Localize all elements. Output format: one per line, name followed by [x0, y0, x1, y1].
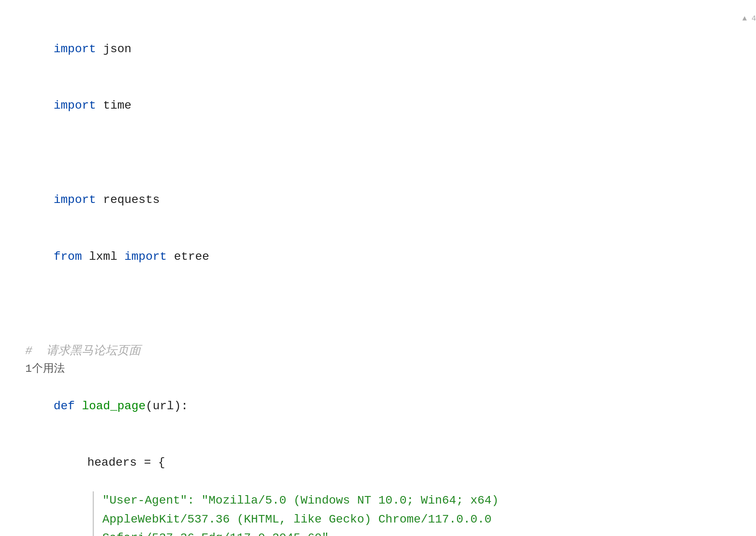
module-json: json: [96, 43, 131, 56]
blank-line-1: [25, 134, 748, 153]
function-name: load_page: [82, 400, 145, 413]
ua-line-2: AppleWebKit/537.36 (KHTML, like Gecko) C…: [102, 510, 748, 529]
blank-line-4: [25, 304, 748, 323]
line-headers-open: headers = {: [25, 435, 748, 491]
line-def: def load_page(url):: [25, 378, 748, 435]
keyword-from: from: [53, 250, 82, 263]
ua-line-3: Safari/537.36 Edg/117.0.2045.60": [102, 529, 748, 536]
module-requests: requests: [96, 193, 160, 206]
keyword-def: def: [53, 400, 75, 413]
keyword-import2: import: [53, 99, 96, 112]
code-editor: ▲ 4 import json import time import reque…: [8, 8, 756, 536]
module-lxml: lxml: [82, 250, 124, 263]
comment-line: # 请求黑马论坛页面: [25, 342, 748, 361]
line-from-lxml: from lxml import etree: [25, 229, 748, 285]
keyword-import3: import: [53, 193, 96, 206]
blank-line-3: [25, 285, 748, 304]
module-etree: etree: [167, 250, 209, 263]
usage-hint: 1个用法: [25, 360, 748, 378]
keyword-import4: import: [124, 250, 167, 263]
line-badge: ▲ 4: [743, 13, 756, 25]
string-block: "User-Agent": "Mozilla/5.0 (Windows NT 1…: [93, 491, 748, 536]
line-import-json: import json: [25, 21, 748, 77]
module-time: time: [96, 99, 131, 112]
headers-assign: headers = {: [87, 456, 165, 469]
blank-line-5: [25, 323, 748, 342]
ua-line-1: "User-Agent": "Mozilla/5.0 (Windows NT 1…: [102, 491, 748, 510]
line-import-time: import time: [25, 77, 748, 134]
line-import-requests: import requests: [25, 172, 748, 228]
space: [75, 400, 82, 413]
keyword-import: import: [53, 43, 96, 56]
blank-line-2: [25, 153, 748, 172]
params: (url):: [146, 400, 188, 413]
